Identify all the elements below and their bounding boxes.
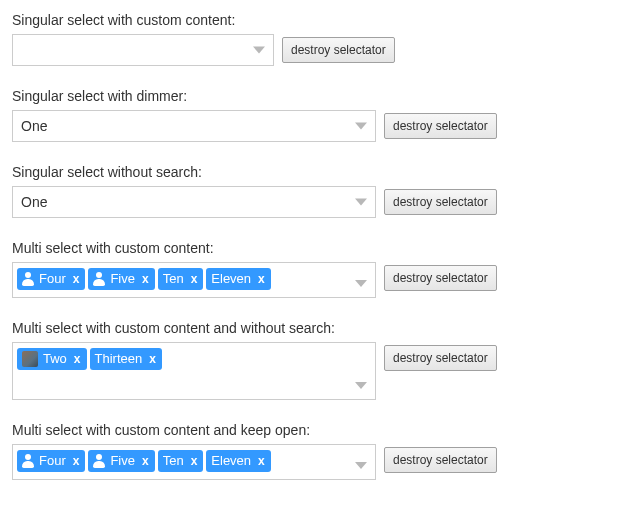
chevron-down-icon[interactable] bbox=[355, 199, 367, 206]
destroy-selectator-button[interactable]: destroy selectator bbox=[384, 113, 497, 139]
single-select[interactable]: One bbox=[12, 186, 376, 218]
destroy-selectator-button[interactable]: destroy selectator bbox=[384, 265, 497, 291]
field-label: Singular select with custom content: bbox=[12, 12, 613, 28]
selected-tag[interactable]: Tenx bbox=[158, 450, 204, 472]
field-label: Multi select with custom content and wit… bbox=[12, 320, 613, 336]
chevron-down-icon[interactable] bbox=[355, 382, 367, 389]
field-row: FourxFivexTenxElevenxdestroy selectator bbox=[12, 262, 613, 298]
tag-label: Eleven bbox=[211, 453, 251, 469]
field-label: Multi select with custom content: bbox=[12, 240, 613, 256]
tag-label: Thirteen bbox=[95, 351, 143, 367]
person-icon bbox=[22, 454, 34, 468]
selected-tag[interactable]: Fourx bbox=[17, 268, 85, 290]
chevron-down-icon[interactable] bbox=[253, 47, 265, 54]
tag-label: Five bbox=[110, 271, 135, 287]
field-group-3: Multi select with custom content:FourxFi… bbox=[12, 240, 613, 298]
tag-label: Ten bbox=[163, 271, 184, 287]
field-group-5: Multi select with custom content and kee… bbox=[12, 422, 613, 480]
field-row: Onedestroy selectator bbox=[12, 186, 613, 218]
avatar-icon bbox=[22, 351, 38, 367]
single-select[interactable]: One bbox=[12, 110, 376, 142]
remove-tag-icon[interactable]: x bbox=[142, 273, 149, 285]
field-row: TwoxThirteenxdestroy selectator bbox=[12, 342, 613, 400]
tag-label: Ten bbox=[163, 453, 184, 469]
person-icon bbox=[93, 454, 105, 468]
remove-tag-icon[interactable]: x bbox=[142, 455, 149, 467]
destroy-selectator-button[interactable]: destroy selectator bbox=[384, 189, 497, 215]
tag-label: Four bbox=[39, 271, 66, 287]
selected-tag[interactable]: Fourx bbox=[17, 450, 85, 472]
field-row: Onedestroy selectator bbox=[12, 110, 613, 142]
field-label: Singular select without search: bbox=[12, 164, 613, 180]
remove-tag-icon[interactable]: x bbox=[73, 455, 80, 467]
field-group-0: Singular select with custom content:dest… bbox=[12, 12, 613, 66]
remove-tag-icon[interactable]: x bbox=[258, 273, 265, 285]
destroy-selectator-button[interactable]: destroy selectator bbox=[384, 345, 497, 371]
remove-tag-icon[interactable]: x bbox=[191, 455, 198, 467]
remove-tag-icon[interactable]: x bbox=[74, 353, 81, 365]
selected-value: One bbox=[19, 194, 47, 210]
field-row: destroy selectator bbox=[12, 34, 613, 66]
person-icon bbox=[22, 272, 34, 286]
destroy-selectator-button[interactable]: destroy selectator bbox=[384, 447, 497, 473]
tag-label: Four bbox=[39, 453, 66, 469]
chevron-down-icon[interactable] bbox=[355, 462, 367, 469]
multi-select[interactable]: FourxFivexTenxElevenx bbox=[12, 262, 376, 298]
field-group-4: Multi select with custom content and wit… bbox=[12, 320, 613, 400]
selected-tag[interactable]: Fivex bbox=[88, 450, 154, 472]
remove-tag-icon[interactable]: x bbox=[191, 273, 198, 285]
field-row: FourxFivexTenxElevenxdestroy selectator bbox=[12, 444, 613, 480]
destroy-selectator-button[interactable]: destroy selectator bbox=[282, 37, 395, 63]
field-label: Multi select with custom content and kee… bbox=[12, 422, 613, 438]
selected-tag[interactable]: Elevenx bbox=[206, 268, 270, 290]
chevron-down-icon[interactable] bbox=[355, 280, 367, 287]
person-icon bbox=[93, 272, 105, 286]
selected-tag[interactable]: Tenx bbox=[158, 268, 204, 290]
multi-select[interactable]: FourxFivexTenxElevenx bbox=[12, 444, 376, 480]
tag-label: Eleven bbox=[211, 271, 251, 287]
multi-select[interactable]: TwoxThirteenx bbox=[12, 342, 376, 400]
field-group-1: Singular select with dimmer:Onedestroy s… bbox=[12, 88, 613, 142]
remove-tag-icon[interactable]: x bbox=[258, 455, 265, 467]
field-group-2: Singular select without search:Onedestro… bbox=[12, 164, 613, 218]
selected-tag[interactable]: Thirteenx bbox=[90, 348, 162, 370]
remove-tag-icon[interactable]: x bbox=[73, 273, 80, 285]
selected-tag[interactable]: Fivex bbox=[88, 268, 154, 290]
selected-value: One bbox=[19, 118, 47, 134]
tag-label: Five bbox=[110, 453, 135, 469]
field-label: Singular select with dimmer: bbox=[12, 88, 613, 104]
remove-tag-icon[interactable]: x bbox=[149, 353, 156, 365]
single-select[interactable] bbox=[12, 34, 274, 66]
selected-tag[interactable]: Elevenx bbox=[206, 450, 270, 472]
tag-label: Two bbox=[43, 351, 67, 367]
selected-tag[interactable]: Twox bbox=[17, 348, 87, 370]
chevron-down-icon[interactable] bbox=[355, 123, 367, 130]
